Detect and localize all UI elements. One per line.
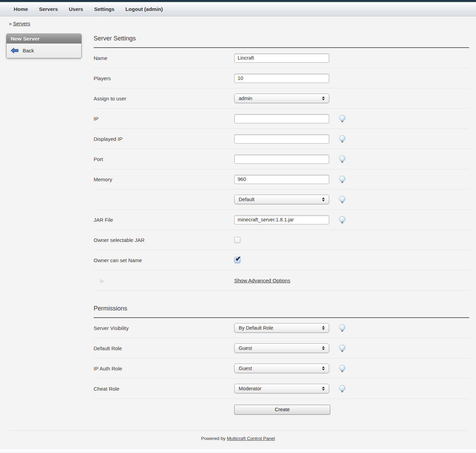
assign-to-user-row: Assign to user admin <box>94 88 469 109</box>
select-stepper-icon <box>322 96 325 100</box>
ip-help-lightbulb-icon[interactable] <box>338 115 346 123</box>
port-label: Port <box>94 156 234 162</box>
name-label: Name <box>94 55 234 61</box>
show-advanced-options-link[interactable]: Show Advanced Options <box>234 278 290 283</box>
players-row: Players <box>94 68 469 88</box>
back-button[interactable]: Back <box>7 46 81 55</box>
back-button-label: Back <box>23 48 34 53</box>
displayed-ip-label: Displayed IP <box>94 136 234 142</box>
default-role-row: Default Role Guest <box>94 338 469 358</box>
new-server-panel: New Server Back <box>6 34 82 58</box>
owner-can-set-name-checkbox[interactable] <box>234 257 240 263</box>
nav-item-logout[interactable]: Logout (admin) <box>126 6 163 12</box>
assign-to-user-selected-value: admin <box>239 96 252 101</box>
players-label: Players <box>94 75 234 81</box>
ip-auth-role-select[interactable]: Guest <box>234 364 329 373</box>
assign-to-user-label: Assign to user <box>94 96 234 101</box>
page-bottom-strip <box>0 449 476 452</box>
memory-default-row: Default <box>94 189 469 210</box>
default-role-selected-value: Guest <box>239 345 252 351</box>
select-stepper-icon <box>322 387 325 391</box>
disclosure-triangle-icon: ▷ <box>100 278 104 283</box>
nav-item-users[interactable]: Users <box>69 6 83 12</box>
owner-selectable-jar-label: Owner selectable JAR <box>94 237 234 243</box>
select-stepper-icon <box>322 366 325 370</box>
panel-title: New Server <box>7 34 81 44</box>
owner-selectable-jar-row: Owner selectable JAR <box>94 230 469 250</box>
server-form: Server Settings Name Players Assign to u… <box>94 26 469 420</box>
default-role-help-lightbulb-icon[interactable] <box>338 344 346 352</box>
cheat-role-select[interactable]: Moderator <box>234 384 329 393</box>
ip-auth-role-selected-value: Guest <box>239 366 252 371</box>
players-input[interactable] <box>234 74 329 83</box>
create-button[interactable]: Create <box>234 405 330 415</box>
default-role-label: Default Role <box>94 345 234 351</box>
nav-item-settings[interactable]: Settings <box>94 6 114 12</box>
breadcrumb-link-servers[interactable]: Servers <box>13 21 30 26</box>
footer-link-multicraft[interactable]: Multicraft Control Panel <box>227 436 275 441</box>
jar-file-input[interactable] <box>234 215 329 224</box>
server-visibility-help-lightbulb-icon[interactable] <box>338 324 346 332</box>
memory-default-help-lightbulb-icon[interactable] <box>338 196 346 204</box>
ip-auth-role-help-lightbulb-icon[interactable] <box>338 365 346 372</box>
jar-file-row: JAR File <box>94 210 469 230</box>
memory-default-selected-value: Default <box>239 197 254 202</box>
ip-row: IP <box>94 109 469 129</box>
ip-input[interactable] <box>234 114 329 123</box>
memory-row: Memory <box>94 169 469 189</box>
memory-input[interactable] <box>234 175 329 184</box>
port-input[interactable] <box>234 155 329 164</box>
displayed-ip-help-lightbulb-icon[interactable] <box>338 135 346 143</box>
nav-item-home[interactable]: Home <box>14 6 28 12</box>
cheat-role-label: Cheat Role <box>94 386 234 392</box>
memory-label: Memory <box>94 176 234 182</box>
server-visibility-label: Server Visibility <box>94 325 234 331</box>
server-visibility-selected-value: By Default Role <box>239 325 273 331</box>
ip-label: IP <box>94 116 234 122</box>
displayed-ip-row: Displayed IP <box>94 129 469 149</box>
owner-can-set-name-row: Owner can set Name <box>94 250 469 270</box>
back-arrow-icon <box>11 48 19 53</box>
server-visibility-select[interactable]: By Default Role <box>234 323 329 333</box>
server-visibility-row: Server Visibility By Default Role <box>94 318 469 338</box>
jar-file-help-lightbulb-icon[interactable] <box>338 216 346 224</box>
footer: Powered by Multicraft Control Panel <box>9 430 467 449</box>
cheat-role-selected-value: Moderator <box>239 386 261 391</box>
nav-item-servers[interactable]: Servers <box>39 6 58 12</box>
default-role-select[interactable]: Guest <box>234 343 329 353</box>
jar-file-label: JAR File <box>94 217 234 223</box>
select-stepper-icon <box>322 326 325 330</box>
cheat-role-row: Cheat Role Moderator <box>94 379 469 399</box>
server-settings-heading: Server Settings <box>94 26 469 48</box>
main-navbar: Home Servers Users Settings Logout (admi… <box>0 2 476 16</box>
footer-text: Powered by <box>201 436 225 441</box>
name-row: Name <box>94 48 469 68</box>
select-stepper-icon <box>322 197 325 201</box>
assign-to-user-select[interactable]: admin <box>234 94 329 103</box>
memory-default-select[interactable]: Default <box>234 195 329 204</box>
cheat-role-help-lightbulb-icon[interactable] <box>338 385 346 393</box>
select-stepper-icon <box>322 346 325 350</box>
breadcrumb-symbol: » <box>9 21 12 26</box>
port-row: Port <box>94 149 469 169</box>
name-input[interactable] <box>234 53 329 63</box>
owner-can-set-name-label: Owner can set Name <box>94 257 234 263</box>
memory-help-lightbulb-icon[interactable] <box>338 175 346 183</box>
displayed-ip-input[interactable] <box>234 134 329 144</box>
advanced-options-row: ▷ Show Advanced Options <box>94 270 469 291</box>
ip-auth-role-label: IP Auth Role <box>94 366 234 371</box>
permissions-heading: Permissions <box>94 291 469 318</box>
create-row: Create <box>94 399 469 420</box>
port-help-lightbulb-icon[interactable] <box>338 155 346 163</box>
ip-auth-role-row: IP Auth Role Guest <box>94 358 469 379</box>
owner-selectable-jar-checkbox[interactable] <box>234 237 240 243</box>
breadcrumb: » Servers <box>0 16 476 26</box>
